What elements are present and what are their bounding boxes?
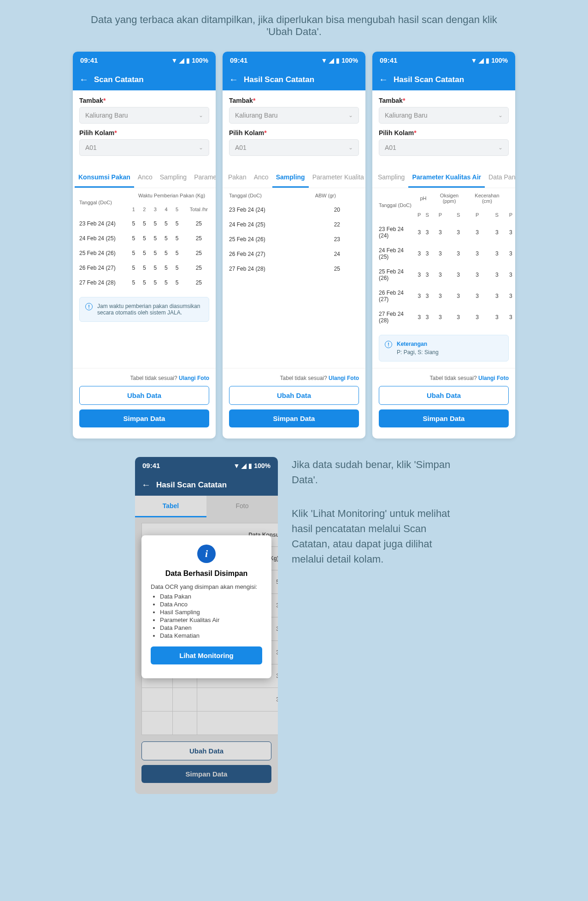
tidak-sesuai-text: Tabel tidak sesuai? <box>130 375 177 381</box>
table-row: 23 Feb 24 (24)20 <box>223 203 365 217</box>
table-row: 27 Feb 24 (28)5555525 <box>74 276 215 290</box>
header-title: Scan Catatan <box>94 75 144 84</box>
ulangi-foto-link[interactable]: Ulangi Foto <box>179 375 209 381</box>
tambak-select[interactable]: Kaliurang Baru⌄ <box>379 107 509 124</box>
phone-konsumsi-pakan: 09:41▼ ◢ ▮ 100% ←Scan Catatan Tambak* Ka… <box>73 52 216 439</box>
table-row: 26 Feb 24 (27)3333333 <box>373 286 514 306</box>
tab-sampling[interactable]: Sampling <box>156 168 190 188</box>
info-icon: i <box>197 545 216 563</box>
tab-konsumsi-pakan[interactable]: Konsumsi Pakan <box>75 168 134 188</box>
table-row: 24 Feb 24 (25)22 <box>223 218 365 231</box>
header-title: Hasil Scan Catatan <box>394 75 464 84</box>
back-icon[interactable]: ← <box>141 480 151 490</box>
data-table: Tanggal (DoC)pHOksigen (ppm)Kecerahan (c… <box>372 188 515 328</box>
info-box: !KeteranganP: Pagi, S: Siang <box>379 335 509 362</box>
table-row: 26 Feb 24 (27)24 <box>223 247 365 261</box>
tab-parameter-kualitas[interactable]: Parameter Kualitas Air <box>408 168 485 188</box>
header-title: Hasil Scan Catatan <box>156 480 227 490</box>
info-icon: ! <box>85 303 93 310</box>
ubah-data-button[interactable]: Ubah Data <box>229 386 359 405</box>
tab-anco[interactable]: Anco <box>134 168 156 188</box>
tab-parameter[interactable]: Parameter Kualita <box>309 168 365 188</box>
back-icon[interactable]: ← <box>379 74 388 85</box>
data-table: Tanggal (DoC)ABW (gr) 23 Feb 24 (24)2024… <box>223 188 365 277</box>
side-instructions: Jika data sudah benar, klik 'Simpan Data… <box>292 457 453 585</box>
table-row: 24 Feb 24 (25)5555525 <box>74 231 215 245</box>
info-box: !Jam waktu pemberian pakan diasumsikan s… <box>79 297 209 322</box>
phone-parameter-kualitas: 09:41▼ ◢ ▮ 100% ←Hasil Scan Catatan Tamb… <box>372 52 515 439</box>
simpan-data-button[interactable]: Simpan Data <box>141 765 271 783</box>
lihat-monitoring-button[interactable]: Lihat Monitoring <box>151 646 262 664</box>
simpan-data-button[interactable]: Simpan Data <box>379 409 509 427</box>
tab-pakan[interactable]: Pakan <box>224 168 250 188</box>
header-title: Hasil Scan Catatan <box>244 75 314 84</box>
simpan-data-button[interactable]: Simpan Data <box>79 409 209 427</box>
tambak-select[interactable]: Kaliurang Baru⌄ <box>79 107 209 124</box>
table-row: 23 Feb 24 (24)5555525 <box>74 217 215 231</box>
tab-sampling[interactable]: Sampling <box>374 168 408 188</box>
ubah-data-button[interactable]: Ubah Data <box>79 386 209 405</box>
ubah-data-button[interactable]: Ubah Data <box>141 741 271 760</box>
ubah-data-button[interactable]: Ubah Data <box>379 386 509 405</box>
simpan-data-button[interactable]: Simpan Data <box>229 409 359 427</box>
tab-sampling[interactable]: Sampling <box>272 168 309 188</box>
table-row: 24 Feb 24 (25)3333333 <box>373 243 514 264</box>
status-time: 09:41 <box>80 56 98 64</box>
table-row: 27 Feb 24 (28)25 <box>223 262 365 276</box>
table-row: 25 Feb 24 (26)23 <box>223 232 365 246</box>
tambak-label: Tambak <box>79 97 103 104</box>
table-row: 23 Feb 24 (24)3333333 <box>373 222 514 243</box>
table-row: 27 Feb 24 (28)3333333 <box>373 307 514 327</box>
kolam-select[interactable]: A01⌄ <box>379 139 509 156</box>
tab-parameter[interactable]: Paramet <box>190 168 216 188</box>
ulangi-foto-link[interactable]: Ulangi Foto <box>329 375 359 381</box>
success-modal: i Data Berhasil Disimpan Data OCR yang d… <box>141 535 271 678</box>
info-icon: ! <box>385 341 392 348</box>
tabs: Konsumsi Pakan Anco Sampling Paramet <box>73 168 216 188</box>
back-icon[interactable]: ← <box>229 74 238 85</box>
kolam-select[interactable]: A01⌄ <box>229 139 359 156</box>
phone-sampling: 09:41▼ ◢ ▮ 100% ←Hasil Scan Catatan Tamb… <box>223 52 365 439</box>
tab-tabel[interactable]: Tabel <box>135 496 206 517</box>
data-table: Tanggal (DoC)Waktu Pemberian Pakan (Kg) … <box>73 188 216 290</box>
phone-success-modal: 09:41▼ ◢ ▮ 100% ←Hasil Scan Catatan Tabe… <box>135 457 278 794</box>
tab-foto[interactable]: Foto <box>206 496 278 517</box>
table-row: 26 Feb 24 (27)5555525 <box>74 261 215 275</box>
modal-title: Data Berhasil Disimpan <box>151 569 262 578</box>
intro-text: Data yang terbaca akan ditampilkan, jika… <box>87 14 501 38</box>
modal-list: Data PakanData AncoHasil SamplingParamet… <box>151 593 262 639</box>
tab-anco[interactable]: Anco <box>250 168 272 188</box>
status-icons: ▼ ◢ ▮ 100% <box>171 57 208 64</box>
tab-data-panen[interactable]: Data Panen <box>485 168 515 188</box>
kolam-select[interactable]: A01⌄ <box>79 139 209 156</box>
chevron-down-icon: ⌄ <box>199 144 203 151</box>
modal-subtitle: Data OCR yang disimpan akan mengisi: <box>151 583 262 590</box>
table-row: 25 Feb 24 (26)5555525 <box>74 246 215 260</box>
chevron-down-icon: ⌄ <box>199 112 203 119</box>
tambak-select[interactable]: Kaliurang Baru⌄ <box>229 107 359 124</box>
ulangi-foto-link[interactable]: Ulangi Foto <box>478 375 509 381</box>
kolam-label: Pilih Kolam <box>79 129 114 136</box>
table-row: 25 Feb 24 (26)3333333 <box>373 265 514 285</box>
back-icon[interactable]: ← <box>79 74 88 85</box>
